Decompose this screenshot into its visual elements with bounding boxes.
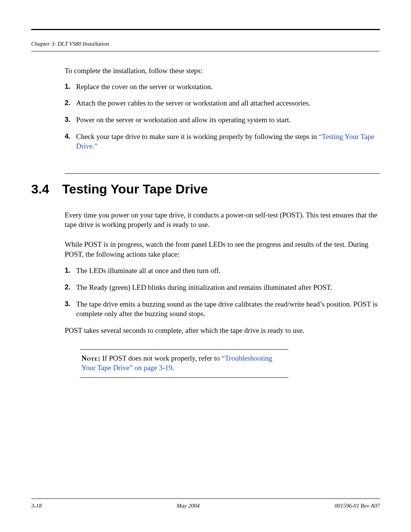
note-label: Note: <box>81 354 100 362</box>
step-text: The tape drive emits a buzzing sound as … <box>76 300 378 318</box>
running-header: Chapter 3: DLT VS80 Installation <box>31 32 380 51</box>
intro-paragraph: To complete the installation, follow the… <box>65 66 380 76</box>
post-steps-list: The LEDs illuminate all at once and then… <box>65 266 380 319</box>
paragraph-post-intro: Every time you power on your tape drive,… <box>65 210 380 230</box>
section-number: 3.4 <box>31 181 49 198</box>
page-content: To complete the installation, follow the… <box>31 51 380 378</box>
footer-row: 3-18 May 2004 001596-01 Rev A07 <box>31 503 380 509</box>
note-box: Note: If POST does not work properly, re… <box>80 349 288 378</box>
step-text: The LEDs illuminate all at once and then… <box>76 267 221 275</box>
note-text: If POST does not work properly, refer to <box>100 354 221 362</box>
footer-rule <box>31 498 380 499</box>
top-rule-thick <box>31 29 380 30</box>
footer-page-number: 3-18 <box>31 503 42 509</box>
list-item: Attach the power cables to the server or… <box>65 98 380 108</box>
footer-doc-id: 001596-01 Rev A07 <box>335 503 380 509</box>
step-text: Attach the power cables to the server or… <box>76 99 311 107</box>
note-text-after: . <box>172 364 174 372</box>
step-text: The Ready (green) LED blinks during init… <box>76 283 332 291</box>
step-text: Replace the cover on the server or works… <box>76 83 213 91</box>
step-text: Check your tape drive to make sure it is… <box>76 133 319 141</box>
paragraph-post-complete: POST takes several seconds to complete, … <box>65 326 380 335</box>
note-body: Note: If POST does not work properly, re… <box>80 350 288 377</box>
section-heading: 3.4 Testing Your Tape Drive <box>31 174 380 198</box>
section-title: Testing Your Tape Drive <box>62 181 208 198</box>
list-item: The LEDs illuminate all at once and then… <box>65 266 380 276</box>
page-footer: 3-18 May 2004 001596-01 Rev A07 <box>31 498 380 509</box>
list-item: The tape drive emits a buzzing sound as … <box>65 299 380 319</box>
list-item: Power on the server or workstation and a… <box>65 115 380 125</box>
note-bottom-rule <box>80 377 288 378</box>
step-text: Power on the server or workstation and a… <box>76 116 291 124</box>
list-item: Replace the cover on the server or works… <box>65 82 380 92</box>
list-item: The Ready (green) LED blinks during init… <box>65 283 380 292</box>
paragraph-watch-leds: While POST is in progress, watch the fro… <box>65 240 380 259</box>
page-frame: Chapter 3: DLT VS80 Installation To comp… <box>31 29 380 503</box>
footer-date: May 2004 <box>177 503 199 509</box>
install-steps-list: Replace the cover on the server or works… <box>65 82 380 151</box>
list-item: Check your tape drive to make sure it is… <box>65 132 380 151</box>
